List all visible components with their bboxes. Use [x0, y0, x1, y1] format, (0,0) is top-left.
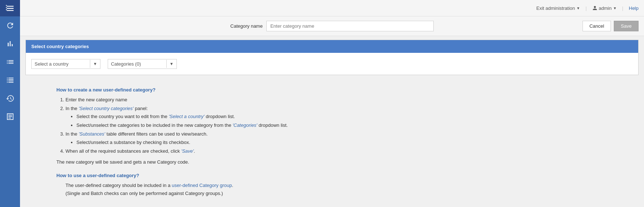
create-instructions-title: How to create a new user-defined categor… [56, 86, 608, 94]
category-name-label: Category name [230, 23, 263, 29]
sidebar [0, 0, 20, 207]
sidebar-item-tasks[interactable] [0, 71, 20, 89]
main-area: Exit administration ▼ | admin ▼ | Help C… [20, 0, 644, 207]
sidebar-item-list[interactable] [0, 53, 20, 71]
app-logo[interactable] [0, 0, 20, 16]
sidebar-item-table[interactable] [0, 108, 20, 126]
categories-select[interactable]: Categories (0) [108, 59, 166, 69]
country-select[interactable]: Select a country [32, 59, 90, 69]
panel-header: Select country categories [26, 40, 638, 53]
step-2: In the 'Select country categories' panel… [65, 105, 608, 129]
use-text: The user-defined category should be incl… [65, 181, 608, 190]
step-2-sublist: Select the country you want to edit from… [65, 113, 608, 129]
country-dropdown-arrow[interactable]: ▼ [90, 60, 100, 68]
content-area: Category name Cancel Save Select country… [20, 16, 644, 207]
step-2a: Select the country you want to edit from… [76, 113, 608, 121]
step-1: Enter the new category name [65, 96, 608, 104]
sidebar-item-analytics[interactable] [0, 35, 20, 53]
step-3a: Select/unselect a substance by checking … [76, 138, 608, 147]
create-steps-list: Enter the new category name In the 'Sele… [56, 96, 608, 155]
cancel-button[interactable]: Cancel [583, 21, 611, 31]
select-country-panel: Select country categories Select a count… [25, 40, 639, 75]
instructions-area: How to create a new user-defined categor… [20, 79, 644, 205]
toolbar-buttons: Cancel Save [583, 21, 639, 31]
categories-dropdown-arrow[interactable]: ▼ [166, 60, 176, 68]
step-3: In the 'Substances' table different filt… [65, 130, 608, 146]
save-button[interactable]: Save [614, 21, 639, 31]
admin-dropdown-icon[interactable]: ▼ [613, 6, 617, 10]
step-4: When all of the required substances are … [65, 147, 608, 155]
topbar-separator: | [585, 5, 587, 11]
use-instructions-title: How to use a user-defined category? [56, 172, 608, 180]
step-2b: Select/unselect the categories to be inc… [76, 121, 608, 129]
use-note: (Single and Batch checks can only be per… [65, 190, 608, 198]
topbar: Exit administration ▼ | admin ▼ | Help [20, 0, 644, 16]
help-link[interactable]: Help [629, 5, 639, 11]
exit-admin-link[interactable]: Exit administration ▼ [536, 5, 580, 11]
categories-dropdown-wrapper[interactable]: Categories (0) ▼ [108, 59, 177, 69]
use-instructions-body: The user-defined category should be incl… [56, 181, 608, 198]
step-3-sublist: Select/unselect a substance by checking … [65, 138, 608, 147]
category-name-input[interactable] [266, 21, 434, 31]
country-dropdown-wrapper[interactable]: Select a country ▼ [31, 59, 100, 69]
sidebar-item-refresh[interactable] [0, 16, 20, 35]
category-note: The new category will be saved and gets … [56, 158, 608, 166]
exit-admin-dropdown-icon[interactable]: ▼ [576, 6, 580, 10]
topbar-separator2: | [622, 5, 623, 11]
category-name-row: Category name Cancel Save [20, 16, 644, 36]
panel-body: Select a country ▼ Categories (0) ▼ [26, 53, 638, 75]
sidebar-item-history[interactable] [0, 89, 20, 108]
admin-user-menu[interactable]: admin ▼ [592, 5, 617, 11]
